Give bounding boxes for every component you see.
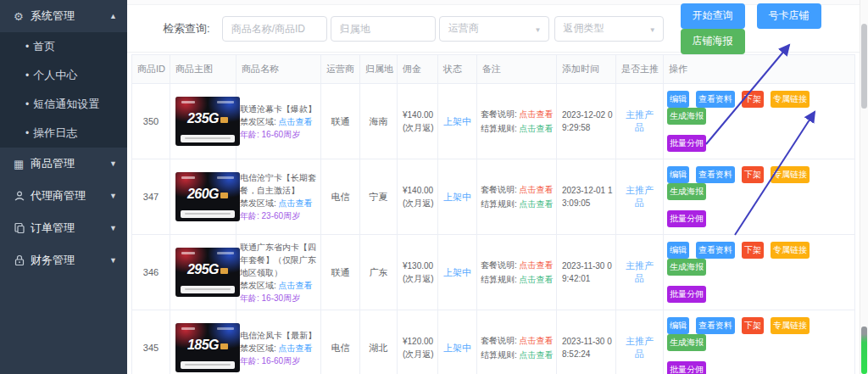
start-query-button[interactable]: 开始查询 (681, 3, 745, 29)
row-actions: 编辑查看资料下架专属链接生成海报批量分佣 (667, 242, 851, 303)
view-package-desc-link[interactable]: 点击查看 (520, 185, 554, 194)
card-shop-button[interactable]: 号卡店铺 (757, 3, 821, 29)
batch-commission-button[interactable]: 批量分佣 (667, 210, 706, 227)
sidebar-item-operation-log[interactable]: • 操作日志 (0, 119, 127, 148)
batch-commission-button[interactable]: 批量分佣 (667, 286, 706, 303)
add-time-line1: 2023-12-02 0 (562, 109, 610, 121)
view-forbidden-regions-link[interactable]: 点击查看 (279, 281, 313, 290)
age-range: 16-60周岁 (262, 356, 301, 366)
actions-cell: 编辑查看资料下架专属链接生成海报批量分佣 (664, 235, 855, 310)
sidebar-item-personal-center[interactable]: • 个人中心 (0, 61, 127, 90)
shop-poster-button[interactable]: 店铺海报 (681, 29, 745, 54)
view-info-button[interactable]: 查看资料 (696, 91, 735, 108)
vertical-scrollbar[interactable] (860, 0, 868, 374)
forbid-region-label: 禁发区域: (240, 343, 276, 353)
view-package-desc-link[interactable]: 点击查看 (520, 260, 554, 270)
edit-button[interactable]: 编辑 (667, 91, 689, 108)
product-image-cell: 295G (170, 235, 236, 310)
image-caption-strip (181, 361, 235, 369)
bullet-icon: • (25, 70, 29, 81)
region-cell: 湖北 (360, 310, 398, 374)
product-image[interactable]: 185G (175, 323, 240, 372)
sidebar-item-products[interactable]: ▦ 商品管理 ▼ (0, 148, 127, 180)
product-name: 电信沧凤卡【最新】 (240, 329, 317, 342)
product-image[interactable]: 260G (175, 172, 240, 221)
keyword-input[interactable] (222, 16, 327, 42)
exclusive-link-button[interactable]: 专属链接 (771, 166, 810, 183)
edit-button[interactable]: 编辑 (667, 166, 689, 183)
column-header: 商品名称 (236, 55, 321, 84)
generate-poster-button[interactable]: 生成海报 (667, 183, 706, 200)
bullet-icon: • (25, 41, 29, 53)
sidebar-item-sms-settings[interactable]: • 短信通知设置 (0, 90, 127, 119)
product-id-cell: 350 (132, 84, 170, 159)
table-row: 346 295G 联通广东省内卡【四年套餐】（仅限广东地区领取） 禁发区域: 点… (132, 235, 855, 310)
gear-icon: ⚙ (14, 10, 31, 23)
take-down-button[interactable]: 下架 (742, 91, 764, 108)
batch-commission-button[interactable]: 批量分佣 (667, 361, 706, 374)
carrier-select[interactable]: 运营商 ▼ (439, 16, 549, 42)
batch-commission-button[interactable]: 批量分佣 (667, 135, 706, 152)
product-image[interactable]: 235G (175, 97, 240, 146)
region-cell: 广东 (360, 235, 398, 310)
sidebar-item-label: 财务管理 (31, 253, 109, 268)
settlement-rule-label: 结算规则: (481, 275, 517, 284)
column-header: 备注 (477, 55, 557, 84)
sidebar-item-label: 短信通知设置 (33, 97, 99, 112)
scrollbar-thumb[interactable] (861, 24, 867, 109)
view-package-desc-link[interactable]: 点击查看 (520, 109, 554, 119)
sidebar-item-agents[interactable]: 代理商管理 ▼ (0, 180, 127, 212)
main-push-cell: 主推产品 (616, 310, 664, 374)
edit-button[interactable]: 编辑 (667, 242, 689, 259)
product-id-cell: 346 (132, 235, 170, 310)
edit-button[interactable]: 编辑 (667, 317, 689, 334)
generate-poster-button[interactable]: 生成海报 (667, 259, 706, 276)
sidebar-item-home[interactable]: • 首页 (0, 32, 127, 61)
rebate-type-select[interactable]: 返佣类型 ▼ (554, 16, 664, 42)
chevron-down-icon: ▼ (109, 256, 117, 265)
settlement-rule-label: 结算规则: (481, 199, 517, 209)
exclusive-link-button[interactable]: 专属链接 (771, 242, 810, 259)
view-info-button[interactable]: 查看资料 (696, 166, 735, 183)
forbid-region-label: 禁发区域: (240, 117, 276, 126)
region-input[interactable] (331, 16, 436, 42)
view-settlement-rule-link[interactable]: 点击查看 (520, 275, 554, 284)
view-forbidden-regions-link[interactable]: 点击查看 (279, 117, 313, 126)
view-forbidden-regions-link[interactable]: 点击查看 (279, 343, 313, 353)
take-down-button[interactable]: 下架 (742, 317, 764, 334)
exclusive-link-button[interactable]: 专属链接 (771, 317, 810, 334)
view-info-button[interactable]: 查看资料 (696, 317, 735, 334)
sidebar-item-orders[interactable]: 订单管理 ▼ (0, 212, 127, 244)
generate-poster-button[interactable]: 生成海报 (667, 334, 706, 351)
price-mark (217, 252, 234, 254)
commission-amount: ¥140.00 (403, 109, 432, 121)
view-package-desc-link[interactable]: 点击查看 (520, 336, 554, 345)
package-desc-label: 套餐说明: (481, 109, 517, 119)
data-volume-label: 295G (187, 262, 219, 276)
generate-poster-button[interactable]: 生成海报 (667, 108, 706, 125)
view-settlement-rule-link[interactable]: 点击查看 (520, 350, 554, 360)
column-header: 归属地 (360, 55, 398, 84)
order-icon (14, 222, 31, 234)
exclusive-link-button[interactable]: 专属链接 (771, 91, 810, 108)
product-name: 联通沧幕卡【爆款】 (240, 103, 317, 115)
sidebar-item-system[interactable]: ⚙ 系统管理 ▲ (0, 0, 127, 32)
view-settlement-rule-link[interactable]: 点击查看 (520, 199, 554, 209)
age-label: 年龄: (240, 130, 259, 139)
take-down-button[interactable]: 下架 (742, 166, 764, 183)
image-caption-strip (181, 135, 235, 142)
take-down-button[interactable]: 下架 (742, 242, 764, 259)
search-label: 检索查询: (163, 21, 210, 36)
age-label: 年龄: (240, 356, 259, 366)
view-settlement-rule-link[interactable]: 点击查看 (520, 124, 554, 133)
view-info-button[interactable]: 查看资料 (696, 242, 735, 259)
view-forbidden-regions-link[interactable]: 点击查看 (279, 198, 313, 208)
column-header: 运营商 (321, 55, 360, 84)
add-time-line2: 9:42:01 (562, 272, 610, 285)
search-panel: 检索查询: 运营商 ▼ 返佣类型 ▼ 开始查询号卡店铺店铺海报 (127, 5, 868, 53)
product-image[interactable]: 295G (175, 248, 240, 297)
commission-note: (次月返) (403, 197, 432, 209)
sidebar-item-finance[interactable]: 财务管理 ▼ (0, 244, 127, 276)
bullet-icon: • (25, 98, 29, 110)
status-cell: 上架中 (438, 310, 477, 374)
